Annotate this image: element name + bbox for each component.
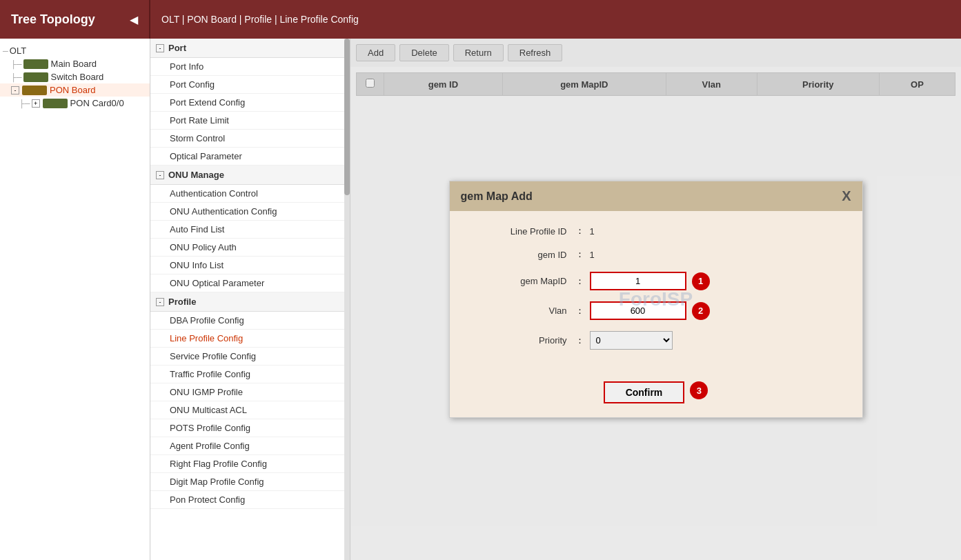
gem-id-label: gem ID [470, 250, 567, 260]
gem-mapid-label: gem MapID [470, 276, 567, 286]
gem-mapid-input[interactable] [590, 272, 686, 290]
nav-port-config[interactable]: Port Config [150, 76, 350, 94]
gem-id-row: gem ID ： 1 [470, 248, 842, 261]
breadcrumb: OLT | PON Board | Profile | Line Profile… [150, 0, 961, 39]
confirm-button[interactable]: Confirm [604, 381, 685, 403]
modal-overlay: ForoISP gem Map Add X Line Profile ID ： … [350, 39, 961, 560]
gem-id-value: 1 [590, 250, 595, 260]
main-board-icon [23, 59, 48, 69]
modal-body: Line Profile ID ： 1 gem ID ： 1 gem Map [450, 211, 862, 374]
onu-section-header[interactable]: - ONU Manage [150, 166, 350, 185]
nav-dba-profile-config[interactable]: DBA Profile Config [150, 312, 350, 330]
nav-port-info[interactable]: Port Info [150, 58, 350, 76]
colon-4: ： [575, 305, 584, 317]
priority-row: Priority ： 0 1 2 3 4 5 6 7 [470, 331, 842, 350]
colon-2: ： [575, 248, 584, 261]
gem-map-add-modal: gem Map Add X Line Profile ID ： 1 gem ID [449, 181, 863, 418]
profile-section-label: Profile [168, 297, 196, 307]
onu-section-label: ONU Manage [168, 170, 224, 180]
nav-port-extend-config[interactable]: Port Extend Config [150, 94, 350, 112]
nav-authentication-control[interactable]: Authentication Control [150, 185, 350, 203]
line-profile-id-row: Line Profile ID ： 1 [470, 225, 842, 237]
scroll-thumb[interactable] [344, 39, 350, 195]
pon-card-expand[interactable]: + [32, 99, 40, 108]
sidebar-item-main-board[interactable]: ├─ Main Board [0, 57, 150, 70]
olt-label: OLT [10, 46, 26, 56]
middle-nav: - Port Port Info Port Config Port Extend… [150, 39, 350, 560]
modal-title: gem Map Add [461, 190, 533, 203]
nav-line-profile-config[interactable]: Line Profile Config [150, 330, 350, 348]
modal-header: gem Map Add X [450, 181, 862, 211]
vlan-row: Vlan ： 2 [470, 301, 842, 320]
nav-onu-policy-auth[interactable]: ONU Policy Auth [150, 239, 350, 257]
colon-1: ： [575, 225, 584, 237]
nav-onu-authentication-config[interactable]: ONU Authentication Config [150, 203, 350, 221]
profile-expand-icon[interactable]: - [156, 298, 164, 306]
line-profile-id-value: 1 [590, 226, 595, 237]
port-expand-icon[interactable]: - [156, 44, 164, 52]
pon-card-icon [43, 99, 68, 108]
vlan-label: Vlan [470, 306, 567, 316]
sidebar-title: Tree Topology [11, 12, 95, 27]
modal-close-button[interactable]: X [842, 188, 851, 204]
toggle-icon[interactable]: ◀ [130, 13, 138, 26]
main-board-label: Main Board [51, 59, 97, 69]
nav-onu-multicast-acl[interactable]: ONU Multicast ACL [150, 401, 350, 419]
switch-board-label: Switch Board [51, 72, 104, 82]
line-profile-id-label: Line Profile ID [470, 226, 567, 237]
pon-card-label: PON Card0/0 [70, 98, 124, 108]
sidebar-item-pon-board[interactable]: - PON Board [0, 83, 150, 97]
step-1-badge: 1 [692, 272, 710, 290]
vlan-input[interactable] [590, 301, 686, 320]
profile-section-header[interactable]: - Profile [150, 292, 350, 312]
pon-board-icon [22, 86, 47, 95]
gem-mapid-row: gem MapID ： 1 [470, 272, 842, 290]
priority-select[interactable]: 0 1 2 3 4 5 6 7 [590, 331, 673, 350]
nav-onu-optical-parameter[interactable]: ONU Optical Parameter [150, 274, 350, 292]
onu-expand-icon[interactable]: - [156, 171, 164, 179]
sidebar-item-olt[interactable]: ─ OLT [0, 44, 150, 57]
pon-board-expand[interactable]: - [11, 86, 19, 94]
nav-pon-protect-config[interactable]: Pon Protect Config [150, 491, 350, 509]
colon-5: ： [575, 334, 584, 347]
nav-pots-profile-config[interactable]: POTS Profile Config [150, 419, 350, 437]
nav-port-rate-limit[interactable]: Port Rate Limit [150, 112, 350, 130]
port-section-label: Port [168, 43, 186, 53]
nav-agent-profile-config[interactable]: Agent Profile Config [150, 437, 350, 455]
sidebar-tree: ─ OLT ├─ Main Board ├─ Switch Board - [0, 39, 150, 560]
step-3-badge: 3 [690, 381, 708, 399]
nav-traffic-profile-config[interactable]: Traffic Profile Config [150, 366, 350, 383]
colon-3: ： [575, 275, 584, 288]
switch-board-icon [23, 72, 48, 82]
sidebar-item-switch-board[interactable]: ├─ Switch Board [0, 70, 150, 83]
nav-auto-find-list[interactable]: Auto Find List [150, 221, 350, 239]
nav-digit-map-profile-config[interactable]: Digit Map Profile Config [150, 473, 350, 491]
port-section-header[interactable]: - Port [150, 39, 350, 58]
nav-onu-info-list[interactable]: ONU Info List [150, 257, 350, 274]
nav-storm-control[interactable]: Storm Control [150, 130, 350, 148]
pon-board-label: PON Board [50, 85, 95, 95]
nav-service-profile-config[interactable]: Service Profile Config [150, 348, 350, 366]
step-2-badge: 2 [692, 302, 710, 320]
priority-label: Priority [470, 335, 567, 346]
scroll-track[interactable] [344, 39, 350, 560]
nav-onu-igmp-profile[interactable]: ONU IGMP Profile [150, 383, 350, 401]
nav-optical-parameter[interactable]: Optical Parameter [150, 148, 350, 166]
sidebar-item-pon-card[interactable]: ├─ + PON Card0/0 [0, 97, 150, 110]
nav-right-flag-profile-config[interactable]: Right Flag Profile Config [150, 455, 350, 473]
modal-footer: Confirm 3 [450, 374, 862, 417]
right-panel: Add Delete Return Refresh gem ID gem Map… [350, 39, 961, 560]
